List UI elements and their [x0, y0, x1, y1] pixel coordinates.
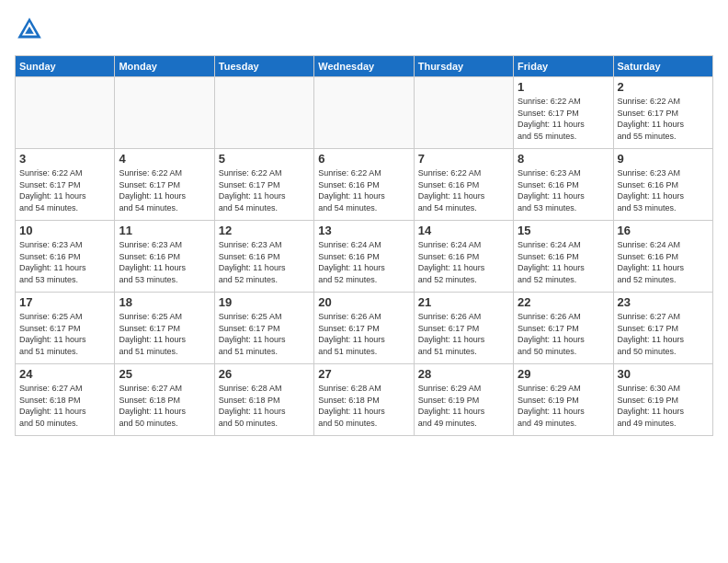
- day-cell: [214, 77, 313, 149]
- day-cell: 21Sunrise: 6:26 AM Sunset: 6:17 PM Dayli…: [414, 293, 513, 364]
- day-cell: 26Sunrise: 6:28 AM Sunset: 6:18 PM Dayli…: [214, 364, 313, 436]
- day-cell: 19Sunrise: 6:25 AM Sunset: 6:17 PM Dayli…: [214, 293, 313, 364]
- day-info: Sunrise: 6:28 AM Sunset: 6:18 PM Dayligh…: [219, 383, 310, 429]
- day-info: Sunrise: 6:24 AM Sunset: 6:16 PM Dayligh…: [318, 239, 409, 285]
- day-info: Sunrise: 6:23 AM Sunset: 6:16 PM Dayligh…: [19, 239, 110, 285]
- day-info: Sunrise: 6:22 AM Sunset: 6:17 PM Dayligh…: [119, 167, 210, 213]
- day-info: Sunrise: 6:22 AM Sunset: 6:17 PM Dayligh…: [518, 96, 609, 142]
- day-info: Sunrise: 6:26 AM Sunset: 6:17 PM Dayligh…: [318, 311, 409, 357]
- col-saturday: Saturday: [613, 56, 712, 77]
- day-info: Sunrise: 6:22 AM Sunset: 6:16 PM Dayligh…: [418, 167, 509, 213]
- calendar-body: 1Sunrise: 6:22 AM Sunset: 6:17 PM Daylig…: [16, 77, 713, 436]
- day-number: 21: [418, 295, 509, 309]
- week-row-0: 1Sunrise: 6:22 AM Sunset: 6:17 PM Daylig…: [16, 77, 713, 149]
- calendar-header: Sunday Monday Tuesday Wednesday Thursday…: [16, 56, 713, 77]
- col-tuesday: Tuesday: [214, 56, 313, 77]
- day-info: Sunrise: 6:22 AM Sunset: 6:17 PM Dayligh…: [618, 96, 709, 142]
- day-number: 11: [119, 224, 210, 237]
- day-number: 17: [19, 295, 110, 309]
- day-info: Sunrise: 6:28 AM Sunset: 6:18 PM Dayligh…: [318, 383, 409, 429]
- day-info: Sunrise: 6:24 AM Sunset: 6:16 PM Dayligh…: [518, 239, 609, 285]
- day-number: 16: [618, 224, 709, 237]
- day-info: Sunrise: 6:24 AM Sunset: 6:16 PM Dayligh…: [618, 239, 709, 285]
- col-friday: Friday: [514, 56, 613, 77]
- day-cell: [16, 77, 115, 149]
- day-number: 8: [518, 152, 609, 166]
- day-info: Sunrise: 6:25 AM Sunset: 6:17 PM Dayligh…: [119, 311, 210, 357]
- day-cell: 9Sunrise: 6:23 AM Sunset: 6:16 PM Daylig…: [613, 149, 712, 221]
- day-number: 20: [318, 295, 409, 309]
- day-number: 23: [618, 295, 709, 309]
- logo-icon: [15, 15, 44, 44]
- day-info: Sunrise: 6:22 AM Sunset: 6:16 PM Dayligh…: [318, 167, 409, 213]
- day-cell: 13Sunrise: 6:24 AM Sunset: 6:16 PM Dayli…: [314, 221, 414, 293]
- day-info: Sunrise: 6:23 AM Sunset: 6:16 PM Dayligh…: [119, 239, 210, 285]
- day-cell: 1Sunrise: 6:22 AM Sunset: 6:17 PM Daylig…: [514, 77, 613, 149]
- day-info: Sunrise: 6:29 AM Sunset: 6:19 PM Dayligh…: [418, 383, 509, 429]
- day-number: 26: [219, 367, 310, 381]
- day-info: Sunrise: 6:29 AM Sunset: 6:19 PM Dayligh…: [518, 383, 609, 429]
- day-cell: 27Sunrise: 6:28 AM Sunset: 6:18 PM Dayli…: [314, 364, 414, 436]
- day-info: Sunrise: 6:23 AM Sunset: 6:16 PM Dayligh…: [219, 239, 310, 285]
- day-cell: 28Sunrise: 6:29 AM Sunset: 6:19 PM Dayli…: [414, 364, 513, 436]
- day-cell: 30Sunrise: 6:30 AM Sunset: 6:19 PM Dayli…: [613, 364, 712, 436]
- day-number: 1: [518, 80, 609, 94]
- day-cell: 16Sunrise: 6:24 AM Sunset: 6:16 PM Dayli…: [613, 221, 712, 293]
- day-number: 29: [518, 367, 609, 381]
- logo: [15, 15, 48, 44]
- day-number: 12: [219, 224, 310, 237]
- day-cell: 12Sunrise: 6:23 AM Sunset: 6:16 PM Dayli…: [214, 221, 313, 293]
- day-number: 3: [19, 152, 110, 166]
- day-info: Sunrise: 6:27 AM Sunset: 6:18 PM Dayligh…: [19, 383, 110, 429]
- day-cell: 2Sunrise: 6:22 AM Sunset: 6:17 PM Daylig…: [613, 77, 712, 149]
- day-number: 22: [518, 295, 609, 309]
- day-number: 6: [318, 152, 409, 166]
- day-number: 24: [19, 367, 110, 381]
- day-cell: [314, 77, 414, 149]
- day-cell: 8Sunrise: 6:23 AM Sunset: 6:16 PM Daylig…: [514, 149, 613, 221]
- day-info: Sunrise: 6:25 AM Sunset: 6:17 PM Dayligh…: [219, 311, 310, 357]
- day-info: Sunrise: 6:22 AM Sunset: 6:17 PM Dayligh…: [19, 167, 110, 213]
- day-cell: 15Sunrise: 6:24 AM Sunset: 6:16 PM Dayli…: [514, 221, 613, 293]
- col-sunday: Sunday: [16, 56, 115, 77]
- day-number: 30: [618, 367, 709, 381]
- header-row: Sunday Monday Tuesday Wednesday Thursday…: [16, 56, 713, 77]
- day-cell: 7Sunrise: 6:22 AM Sunset: 6:16 PM Daylig…: [414, 149, 513, 221]
- day-info: Sunrise: 6:24 AM Sunset: 6:16 PM Dayligh…: [418, 239, 509, 285]
- day-info: Sunrise: 6:23 AM Sunset: 6:16 PM Dayligh…: [618, 167, 709, 213]
- day-info: Sunrise: 6:27 AM Sunset: 6:18 PM Dayligh…: [119, 383, 210, 429]
- day-cell: 14Sunrise: 6:24 AM Sunset: 6:16 PM Dayli…: [414, 221, 513, 293]
- day-number: 25: [119, 367, 210, 381]
- day-number: 13: [318, 224, 409, 237]
- day-info: Sunrise: 6:30 AM Sunset: 6:19 PM Dayligh…: [618, 383, 709, 429]
- day-cell: 3Sunrise: 6:22 AM Sunset: 6:17 PM Daylig…: [16, 149, 115, 221]
- day-cell: 11Sunrise: 6:23 AM Sunset: 6:16 PM Dayli…: [115, 221, 214, 293]
- week-row-3: 17Sunrise: 6:25 AM Sunset: 6:17 PM Dayli…: [16, 293, 713, 364]
- day-info: Sunrise: 6:26 AM Sunset: 6:17 PM Dayligh…: [518, 311, 609, 357]
- day-cell: 4Sunrise: 6:22 AM Sunset: 6:17 PM Daylig…: [115, 149, 214, 221]
- col-thursday: Thursday: [414, 56, 513, 77]
- day-info: Sunrise: 6:23 AM Sunset: 6:16 PM Dayligh…: [518, 167, 609, 213]
- day-number: 14: [418, 224, 509, 237]
- header: [15, 15, 713, 44]
- day-cell: 22Sunrise: 6:26 AM Sunset: 6:17 PM Dayli…: [514, 293, 613, 364]
- day-number: 27: [318, 367, 409, 381]
- day-number: 4: [119, 152, 210, 166]
- day-cell: 18Sunrise: 6:25 AM Sunset: 6:17 PM Dayli…: [115, 293, 214, 364]
- day-cell: [115, 77, 214, 149]
- day-number: 9: [618, 152, 709, 166]
- day-cell: 24Sunrise: 6:27 AM Sunset: 6:18 PM Dayli…: [16, 364, 115, 436]
- day-number: 15: [518, 224, 609, 237]
- day-number: 28: [418, 367, 509, 381]
- week-row-2: 10Sunrise: 6:23 AM Sunset: 6:16 PM Dayli…: [16, 221, 713, 293]
- day-number: 7: [418, 152, 509, 166]
- page: Sunday Monday Tuesday Wednesday Thursday…: [0, 0, 728, 563]
- day-number: 5: [219, 152, 310, 166]
- day-number: 19: [219, 295, 310, 309]
- calendar: Sunday Monday Tuesday Wednesday Thursday…: [15, 55, 713, 436]
- day-info: Sunrise: 6:26 AM Sunset: 6:17 PM Dayligh…: [418, 311, 509, 357]
- day-cell: 5Sunrise: 6:22 AM Sunset: 6:17 PM Daylig…: [214, 149, 313, 221]
- week-row-1: 3Sunrise: 6:22 AM Sunset: 6:17 PM Daylig…: [16, 149, 713, 221]
- day-cell: 25Sunrise: 6:27 AM Sunset: 6:18 PM Dayli…: [115, 364, 214, 436]
- day-info: Sunrise: 6:22 AM Sunset: 6:17 PM Dayligh…: [219, 167, 310, 213]
